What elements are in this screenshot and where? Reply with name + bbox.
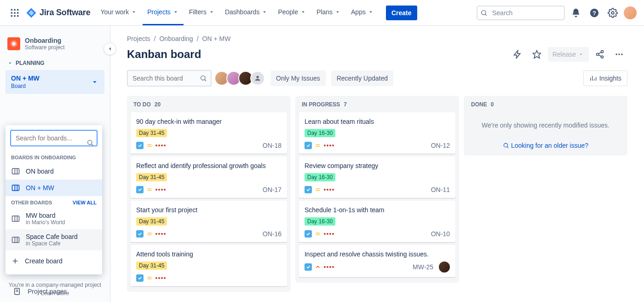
automation-icon[interactable] — [509, 46, 526, 63]
story-points-icon — [155, 277, 166, 279]
board-option-on-board[interactable]: ON board — [6, 163, 102, 180]
story-points-icon — [324, 233, 334, 235]
task-icon — [136, 274, 144, 282]
app-switcher-icon[interactable] — [7, 6, 22, 20]
nav-your-work[interactable]: Your work — [96, 0, 142, 25]
priority-medium-icon — [146, 142, 153, 149]
nav-dashboards[interactable]: Dashboards — [220, 0, 273, 25]
svg-rect-55 — [147, 233, 151, 233]
board-column: DONE 0We're only showing recently modifi… — [464, 96, 627, 156]
board-selector[interactable]: ON + MW Board — [6, 70, 104, 94]
issue-key: ON-16 — [263, 230, 282, 238]
nav-plans[interactable]: Plans — [312, 0, 345, 25]
board-icon — [11, 167, 20, 176]
issue-key: ON-17 — [263, 186, 282, 193]
star-icon[interactable] — [529, 46, 545, 63]
column-header: TO DO 20 — [130, 101, 288, 112]
board-search-input[interactable] — [127, 70, 212, 87]
column-header: DONE 0 — [467, 101, 624, 112]
task-icon — [305, 142, 312, 149]
sidebar-collapse-button[interactable] — [104, 42, 116, 55]
breadcrumb-item[interactable]: Projects — [127, 35, 150, 42]
release-button[interactable]: Release — [548, 47, 589, 62]
notifications-icon[interactable] — [569, 6, 583, 20]
card-title: Start your first project — [136, 206, 282, 214]
chevron-down-icon — [300, 9, 306, 15]
breadcrumb-item[interactable]: Onboarding — [159, 35, 193, 42]
project-header[interactable]: Onboarding Software project — [6, 37, 104, 51]
breadcrumb-item[interactable]: ON + MW — [202, 35, 231, 42]
board-option-on-mw[interactable]: ON + MW — [6, 180, 102, 196]
card-title: Review company strategy — [305, 162, 450, 169]
issue-card[interactable]: Inspect and resolve chassis twisting iss… — [299, 245, 455, 277]
board-search-input[interactable] — [10, 130, 98, 146]
task-icon — [305, 230, 312, 238]
global-search-input[interactable] — [477, 6, 565, 20]
view-all-link[interactable]: VIEW ALL — [73, 200, 97, 205]
card-tag: Day 31-45 — [136, 129, 167, 137]
create-board-button[interactable]: Create board — [6, 252, 102, 270]
task-icon — [136, 186, 144, 193]
card-title: Reflect and identify professional growth… — [136, 162, 282, 169]
kanban-board: TO DO 20 90 day check-in with manager Da… — [127, 96, 627, 292]
older-issue-link[interactable]: Looking for an older issue? — [467, 142, 624, 149]
create-button[interactable]: Create — [386, 6, 417, 20]
svg-point-36 — [601, 51, 604, 53]
card-tag: Day 16-30 — [305, 173, 335, 181]
recently-updated-button[interactable]: Recently Updated — [331, 70, 393, 86]
dropdown-group-label: BOARDS IN ONBOARDING — [6, 151, 102, 163]
sidebar-section-planning[interactable]: PLANNING — [6, 60, 104, 66]
jira-logo[interactable]: Jira Software — [26, 7, 90, 18]
svg-rect-7 — [14, 15, 15, 17]
task-icon — [305, 186, 312, 193]
story-points-icon — [155, 189, 166, 191]
svg-rect-21 — [12, 168, 19, 174]
plus-icon — [11, 257, 19, 265]
issue-card[interactable]: 90 day check-in with manager Day 31-45 O… — [131, 112, 287, 154]
more-icon[interactable] — [611, 46, 627, 63]
user-avatar[interactable] — [624, 6, 637, 19]
task-icon — [136, 142, 144, 149]
add-assignee-button[interactable] — [250, 71, 265, 86]
board-column: TO DO 20 90 day check-in with manager Da… — [127, 96, 291, 292]
share-icon[interactable] — [592, 46, 608, 63]
nav-filters[interactable]: Filters — [184, 0, 219, 25]
assignee-avatar — [439, 261, 450, 273]
chart-icon — [589, 75, 597, 82]
chevron-down-icon — [334, 9, 341, 15]
priority-medium-icon — [146, 186, 153, 193]
issue-card[interactable]: Schedule 1-on-1s with team Day 16-30 ON-… — [299, 201, 455, 242]
board-option-mw-board[interactable]: MW board in Mario's World — [6, 208, 102, 229]
search-icon — [86, 139, 94, 146]
help-icon[interactable]: ? — [587, 6, 602, 20]
page-title: Kanban board — [127, 48, 201, 61]
only-my-issues-button[interactable]: Only My Issues — [270, 70, 326, 86]
issue-card[interactable]: Reflect and identify professional growth… — [131, 157, 287, 198]
svg-rect-53 — [147, 189, 151, 189]
nav-people[interactable]: People — [273, 0, 311, 25]
svg-rect-59 — [316, 145, 320, 145]
board-option-space-cafe[interactable]: Space Cafe board in Space Cafe — [6, 229, 102, 250]
issue-card[interactable]: Review company strategy Day 16-30 ON-11 — [299, 157, 455, 198]
card-tag: Day 16-30 — [305, 129, 335, 137]
issue-card[interactable]: Attend tools training Day 31-45 — [131, 245, 287, 286]
nav-apps[interactable]: Apps — [346, 0, 379, 25]
task-icon — [305, 263, 312, 271]
svg-point-37 — [597, 53, 599, 56]
priority-medium-icon — [315, 186, 321, 193]
svg-rect-60 — [316, 146, 320, 146]
insights-button[interactable]: Insights — [583, 70, 627, 86]
sidebar-learn-more-link[interactable]: Learn more — [0, 290, 110, 296]
issue-card[interactable]: Learn about team rituals Day 16-30 ON-12 — [299, 112, 455, 154]
global-search — [477, 6, 565, 20]
board-selector-name: ON + MW — [11, 75, 40, 82]
breadcrumbs: Projects / Onboarding / ON + MW — [127, 35, 627, 42]
nav-projects[interactable]: Projects — [143, 0, 184, 25]
nav-items: Your work Projects Filters Dashboards Pe… — [96, 0, 379, 25]
issue-card[interactable]: Start your first project Day 31-45 ON-16 — [131, 201, 287, 242]
settings-icon[interactable] — [605, 6, 620, 20]
svg-rect-0 — [11, 9, 12, 10]
svg-rect-3 — [11, 12, 12, 13]
search-icon — [480, 9, 488, 17]
svg-point-43 — [621, 53, 622, 55]
